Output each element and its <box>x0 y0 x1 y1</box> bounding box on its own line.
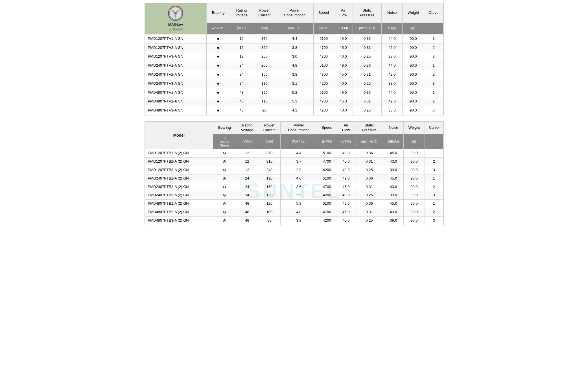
fan-icon <box>169 6 182 20</box>
weight-cell: 90.0 <box>404 166 425 174</box>
flow-cell: 45.0 <box>337 157 355 166</box>
model-cell: PMD2407PTB3-A (2).GN <box>145 191 213 200</box>
curve-cell: 1 <box>424 88 443 97</box>
table-row: PMD1207PTB1-A (2).GN ⊙ 12 370 4.4 5100 4… <box>145 149 443 158</box>
curve-cell: 1 <box>425 174 443 183</box>
model-cell: PMD2407PTV1-A GN <box>145 61 206 70</box>
weight-cell: 90.0 <box>404 183 425 191</box>
power-cell: 3.7 <box>281 157 317 166</box>
header2-voltage: RatingVoltage <box>236 121 258 134</box>
header-flow: AirFlow <box>334 3 353 23</box>
unit2-flow: (CFM) <box>337 134 355 149</box>
current-cell: 110 <box>253 97 276 106</box>
speed-cell: 5100 <box>313 88 334 97</box>
table-1-body: PMD1207PTV1-A GN ● 12 370 4.4 5100 49.0 … <box>145 34 443 115</box>
curve-cell: 1 <box>425 149 443 158</box>
bearing-cell: ⊙ <box>213 157 236 166</box>
speed-cell: 4200 <box>313 106 334 115</box>
speed-cell: 4200 <box>317 217 337 225</box>
power-cell: 5.8 <box>281 200 317 208</box>
pressure-cell: 0.25 <box>355 217 383 225</box>
table-row: PMD1207PTV3-A GN ● 12 250 3.0 4200 40.0 … <box>145 52 443 61</box>
voltage-cell: 24 <box>236 174 258 183</box>
pressure-cell: 0.36 <box>353 88 381 97</box>
bearing-cell: ● <box>206 97 230 106</box>
header-voltage: RatingVoltage <box>230 3 253 23</box>
unit2-power: (WATTS) <box>281 134 317 149</box>
flow-cell: 49.0 <box>337 174 355 183</box>
table-row: PMD2407PTB3-A (2).GN ⊙ 24 120 2.9 4200 4… <box>145 191 443 200</box>
table-row: PMD2407PTV1-A GN ● 24 200 4.8 5100 49.0 … <box>145 61 443 70</box>
voltage-cell: 12 <box>230 34 253 43</box>
curve-cell: 2 <box>425 208 443 217</box>
curve-cell: 2 <box>424 43 443 52</box>
voltage-cell: 24 <box>230 70 253 79</box>
weight-cell: 90.0 <box>404 174 425 183</box>
pressure-cell: 0.36 <box>355 200 383 208</box>
noise-cell: 45.0 <box>383 174 404 183</box>
header-curve: Curve <box>424 3 443 23</box>
model-cell: PMD2407PTB1-A (2).GN <box>145 174 213 183</box>
flow-cell: 45.0 <box>334 43 353 52</box>
unit2-bearing: ⊙ 2BALLSleeve <box>213 134 236 149</box>
current-cell: 250 <box>253 52 276 61</box>
header2-pressure: StaticPressure <box>355 121 383 134</box>
speed-cell: 4700 <box>317 157 337 166</box>
bearing-cell: ⊙ <box>213 191 236 200</box>
power-cell: 2.9 <box>281 191 317 200</box>
bearing-cell: ● <box>206 34 230 43</box>
curve-cell: 3 <box>424 106 443 115</box>
flow-cell: 45.0 <box>337 208 355 217</box>
power-cell: 2.9 <box>281 166 317 174</box>
voltage-cell: 48 <box>236 217 258 225</box>
power-cell: 4.6 <box>281 174 317 183</box>
model-cell: PMD4807PTB3-A (2).GN <box>145 217 213 225</box>
weight-cell: 90.0 <box>403 61 424 70</box>
speed-cell: 5100 <box>313 61 334 70</box>
logo-circle <box>168 6 183 21</box>
twoball-icon: ⊙ <box>223 136 226 140</box>
header-bearing: Bearing <box>206 3 230 23</box>
bearing-cell: ● <box>206 61 230 70</box>
table-row: PMD1207PTB3-A (2).GN ⊙ 12 240 2.9 4200 4… <box>145 166 443 174</box>
speed-cell: 4700 <box>317 208 337 217</box>
flow-cell: 49.0 <box>337 200 355 208</box>
curve-cell: 3 <box>425 166 443 174</box>
bearing-cell: ● <box>206 88 230 97</box>
current-cell: 190 <box>258 174 281 183</box>
noise-cell: 43.0 <box>383 208 404 217</box>
flow-cell: 45.0 <box>334 70 353 79</box>
weight-cell: 90.0 <box>404 200 425 208</box>
vapo-dot: ● <box>212 26 214 31</box>
table-row: PMD4807PTB2-A (2).GN ⊙ 48 100 4.8 4700 4… <box>145 208 443 217</box>
unit2-pressure: (inch-H₂O) <box>355 134 383 149</box>
curve-cell: 3 <box>424 79 443 88</box>
bearing-cell: ● <box>206 79 230 88</box>
weight-cell: 90.0 <box>404 217 425 225</box>
model-cell: PMD4807PTB1-A (2).GN <box>145 200 213 208</box>
header2-weight: Weight <box>404 121 425 134</box>
speed-cell: 5100 <box>313 34 334 43</box>
curve-cell: 2 <box>424 97 443 106</box>
weight-cell: 90.0 <box>404 149 425 158</box>
table-row: PMD4807PTV1-A GN ● 48 120 5.8 5100 49.0 … <box>145 88 443 97</box>
pressure-cell: 0.31 <box>353 97 381 106</box>
power-cell: 3.8 <box>281 217 317 225</box>
power-cell: 5.8 <box>276 88 313 97</box>
table-row: PMD4807PTB1-A (2).GN ⊙ 48 120 5.8 5100 4… <box>145 200 443 208</box>
model-cell: PMD4807PTV2-A GN <box>145 97 206 106</box>
bearing-cell: ⊙ <box>213 183 236 191</box>
unit2-noise: (dB(A)) <box>383 134 404 149</box>
voltage-cell: 24 <box>230 61 253 70</box>
noise-cell: 43.0 <box>383 157 404 166</box>
power-cell: 3.8 <box>276 70 313 79</box>
curve-cell: 3 <box>424 52 443 61</box>
brand-name: MAGLev <box>168 22 183 27</box>
header-row-2: Model Bearing RatingVoltage PowerCurrent… <box>145 121 443 134</box>
noise-cell: 42.0 <box>382 43 403 52</box>
table-section-2: SUNTEL Model Bearing RatingVoltage Power… <box>145 121 444 225</box>
twoball-label: 2BALLSleeve <box>220 140 229 147</box>
weight-cell: 90.0 <box>404 157 425 166</box>
voltage-cell: 12 <box>236 149 258 158</box>
flow-cell: 45.0 <box>334 97 353 106</box>
